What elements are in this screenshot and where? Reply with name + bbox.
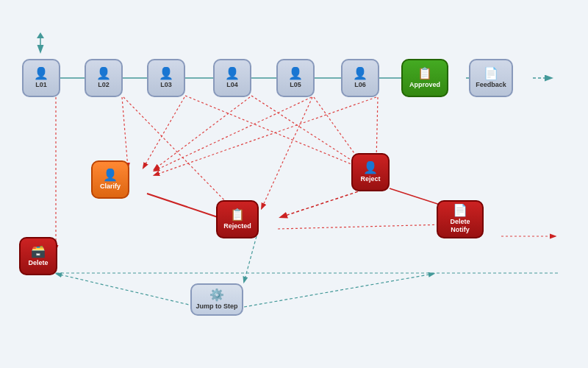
node-delete[interactable]: 🗃️ Delete	[19, 237, 57, 275]
svg-line-29	[244, 274, 434, 307]
node-approved-label: Approved	[409, 81, 440, 89]
node-feedback-label: Feedback	[476, 81, 506, 89]
svg-line-25	[244, 236, 257, 282]
svg-marker-1	[37, 32, 44, 38]
node-approved[interactable]: 📋 Approved	[401, 59, 448, 97]
node-L06-label: L06	[354, 81, 366, 89]
svg-line-15	[154, 97, 376, 175]
svg-line-20	[123, 97, 234, 210]
person-icon: 👤	[159, 68, 173, 79]
node-L05[interactable]: 👤 L05	[276, 59, 315, 97]
svg-line-28	[57, 274, 198, 307]
node-reject[interactable]: 👤 Reject	[351, 153, 390, 191]
node-rejected-label: Rejected	[223, 222, 251, 230]
approved-icon: 📋	[417, 68, 432, 79]
node-clarify-label: Clarify	[100, 183, 121, 191]
feedback-icon: 📄	[484, 68, 498, 79]
person-icon: 👤	[96, 68, 111, 79]
node-L01-label: L01	[35, 81, 47, 89]
person-icon: 👤	[34, 68, 49, 79]
workflow-arrows	[0, 0, 588, 368]
svg-line-13	[154, 97, 250, 169]
person-icon: 👤	[363, 162, 378, 174]
node-L01[interactable]: 👤 L01	[22, 59, 60, 97]
node-delete-notify[interactable]: 📄 DeleteNotify	[437, 200, 484, 238]
jump-icon: ⚙️	[209, 289, 224, 301]
person-icon: 👤	[225, 68, 240, 79]
svg-line-22	[147, 194, 226, 220]
svg-line-19	[376, 97, 378, 160]
svg-line-11	[122, 97, 128, 168]
node-L03-label: L03	[160, 81, 172, 89]
person-icon: 👤	[353, 68, 368, 79]
node-jump-label: Jump to Step	[196, 302, 237, 311]
node-L04-label: L04	[226, 81, 238, 89]
svg-line-23	[281, 188, 368, 217]
svg-line-30	[278, 224, 445, 229]
person-icon: 👤	[288, 68, 303, 79]
svg-line-16	[185, 96, 360, 168]
node-delete-notify-label: DeleteNotify	[450, 218, 470, 234]
node-L02-label: L02	[98, 81, 110, 89]
svg-line-12	[143, 97, 184, 168]
delete-notify-icon: 📄	[453, 205, 467, 216]
node-clarify[interactable]: 👤 Clarify	[91, 160, 129, 199]
node-feedback[interactable]: 📄 Feedback	[469, 59, 513, 97]
rejected-icon: 📋	[230, 209, 245, 221]
node-L06[interactable]: 👤 L06	[341, 59, 379, 97]
svg-line-21	[262, 97, 312, 208]
node-L02[interactable]: 👤 L02	[85, 59, 123, 97]
node-L04[interactable]: 👤 L04	[213, 59, 251, 97]
delete-icon: 🗃️	[31, 246, 46, 258]
node-delete-label: Delete	[28, 259, 48, 267]
node-jump-to-step[interactable]: ⚙️ Jump to Step	[190, 283, 243, 316]
node-rejected[interactable]: 📋 Rejected	[216, 200, 259, 238]
node-L03[interactable]: 👤 L03	[147, 59, 185, 97]
workflow-canvas: 👤 L01 👤 L02 👤 L03 👤 L04 👤 L05 👤 L06 📋 Ap…	[0, 0, 588, 368]
person-icon: 👤	[103, 169, 118, 181]
node-reject-label: Reject	[360, 175, 380, 183]
svg-line-17	[251, 96, 361, 166]
svg-line-14	[154, 97, 312, 171]
node-L05-label: L05	[290, 81, 301, 89]
